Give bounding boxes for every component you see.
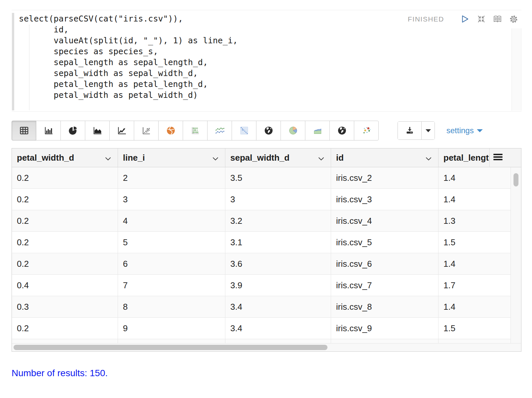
paragraph-controls: FINISHED: [408, 15, 518, 23]
chart-type-globe-dark-2-button[interactable]: [329, 121, 354, 140]
table-row: 0.223.5iris.csv_21.4: [12, 167, 511, 189]
chart-type-pie-chart-color-button[interactable]: [281, 121, 305, 140]
column-header-sepal_width_d[interactable]: sepal_width_d: [225, 148, 331, 167]
chart-type-globe-orange-button[interactable]: [158, 121, 183, 140]
chart-type-area-chart-color-button[interactable]: [305, 121, 330, 140]
column-header-id[interactable]: id: [331, 148, 438, 167]
table-row: 0.293.4iris.csv_91.5: [12, 318, 511, 339]
table-cell: iris.csv_6: [331, 253, 438, 274]
table-cell: 0.4: [12, 275, 118, 296]
table-cell: 9: [118, 318, 225, 339]
table-cell: 1.5: [438, 232, 511, 253]
table-menu-button[interactable]: [489, 148, 521, 167]
download-button[interactable]: [398, 122, 421, 139]
table-row: 0.383.4iris.csv_81.4: [12, 296, 511, 318]
column-label: line_i: [123, 153, 145, 163]
horizontal-scrollbar-thumb[interactable]: [14, 345, 327, 350]
play-icon[interactable]: [461, 15, 470, 23]
table-icon: [19, 126, 29, 136]
table-cell: 1.5: [438, 318, 511, 339]
table-cell: 0.2: [12, 318, 118, 339]
table-cell: 4: [118, 210, 225, 231]
chevron-down-icon[interactable]: [426, 153, 432, 163]
column-header-petal_width_d[interactable]: petal_width_d: [12, 148, 118, 167]
table-cell: 6: [118, 253, 225, 274]
chart-type-pie-chart-button[interactable]: [60, 121, 85, 140]
table-row: 0.243.2iris.csv_41.3: [12, 210, 511, 232]
column-header-line_i[interactable]: line_i: [118, 148, 225, 167]
chevron-down-icon: [477, 129, 483, 132]
column-label: id: [336, 153, 344, 163]
table-cell: 3.1: [225, 232, 331, 253]
pie-chart-color-icon: [288, 126, 298, 136]
column-header-petal_length_d[interactable]: petal_length_d: [438, 148, 489, 167]
collapse-icon[interactable]: [477, 15, 486, 23]
chart-type-bar-chart-button[interactable]: [36, 121, 61, 140]
table-cell: 1.4: [438, 296, 511, 317]
table-horizontal-scrollbar: [12, 343, 521, 351]
table-body: 0.223.5iris.csv_21.40.233iris.csv_31.40.…: [12, 167, 521, 344]
chevron-down-icon[interactable]: [318, 153, 324, 163]
download-options-button[interactable]: [421, 122, 435, 139]
chart-type-globe-dark-button[interactable]: [256, 121, 281, 140]
code-text[interactable]: select(parseCSV(cat("iris.csv")), id, va…: [19, 13, 238, 100]
chevron-down-icon[interactable]: [105, 153, 111, 163]
chart-type-area-chart-button[interactable]: [85, 121, 110, 140]
table-cell: 3.5: [225, 167, 331, 188]
chart-type-heatmap-button[interactable]: [232, 121, 256, 140]
settings-link[interactable]: settings: [446, 126, 483, 135]
chart-type-scatter-chart-button[interactable]: [134, 121, 159, 140]
column-label: sepal_width_d: [230, 153, 289, 163]
table-cell: 1.4: [438, 253, 511, 274]
table-cell: iris.csv_2: [331, 167, 438, 188]
table-cell: iris.csv_3: [331, 189, 438, 210]
table-cell: 7: [118, 275, 225, 296]
table-cell: 0.2: [12, 210, 118, 231]
chart-type-multi-line-chart-button[interactable]: [207, 121, 232, 140]
bar-chart-icon: [43, 126, 54, 136]
table-row: 0.253.1iris.csv_51.5: [12, 232, 511, 253]
table-cell: 1.3: [438, 210, 511, 231]
table-cell: 3: [118, 189, 225, 210]
heatmap-icon: [239, 126, 249, 136]
globe-dark-2-icon: [337, 126, 347, 136]
chart-type-table-button[interactable]: [12, 121, 36, 140]
status-badge: FINISHED: [408, 15, 444, 23]
download-split-button: [398, 121, 435, 140]
table-cell: 0.2: [12, 167, 118, 188]
globe-dark-icon: [264, 126, 274, 136]
table-cell: iris.csv_9: [331, 318, 438, 339]
table-cell: 1.7: [438, 275, 511, 296]
scatter-color-icon: [361, 126, 372, 136]
table-cell: 0.2: [12, 253, 118, 274]
table-cell: iris.csv_8: [331, 296, 438, 317]
pie-chart-icon: [68, 126, 78, 136]
chart-type-bubble-chart-button[interactable]: [183, 121, 208, 140]
chart-type-toolbar: [12, 121, 379, 140]
multi-line-chart-icon: [214, 126, 225, 136]
table-header-row: petal_width_d line_i sepal_width_d id: [12, 148, 521, 167]
download-icon: [405, 126, 414, 136]
code-editor[interactable]: select(parseCSV(cat("iris.csv")), id, va…: [12, 10, 521, 112]
viz-toolbar: settings: [12, 121, 521, 141]
editor-scrollbar-track[interactable]: [512, 28, 521, 111]
hamburger-menu-icon: [493, 153, 503, 162]
table-cell: iris.csv_4: [331, 210, 438, 231]
book-icon[interactable]: [493, 15, 502, 23]
column-label: petal_width_d: [17, 153, 74, 163]
chart-type-line-chart-button[interactable]: [109, 121, 134, 140]
table-cell: 2: [118, 167, 225, 188]
table-cell: 3.4: [225, 318, 331, 339]
chevron-down-icon[interactable]: [212, 153, 218, 163]
table-cell: 3.2: [225, 210, 331, 231]
line-chart-icon: [117, 126, 127, 136]
vertical-scrollbar-thumb[interactable]: [513, 173, 518, 186]
table-cell: 0.3: [12, 296, 118, 317]
notebook-paragraph: select(parseCSV(cat("iris.csv")), id, va…: [12, 10, 521, 378]
gear-icon[interactable]: [509, 15, 518, 23]
globe-orange-icon: [166, 126, 176, 136]
results-count-text: Number of results: 150.: [12, 368, 521, 378]
chart-type-scatter-color-button[interactable]: [354, 121, 379, 140]
table-cell: iris.csv_5: [331, 232, 438, 253]
table-cell: 3.4: [225, 296, 331, 317]
